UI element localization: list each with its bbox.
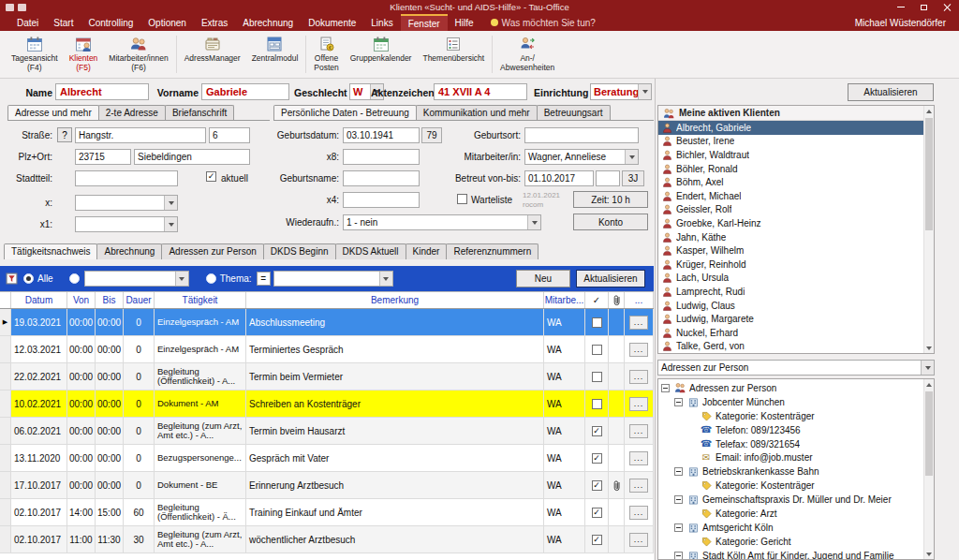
hausnummer-field[interactable]: 6 [209,127,250,143]
taetigkeit-filter-combo[interactable] [84,271,189,287]
aktualisieren-button[interactable]: Aktualisieren [576,270,645,287]
client-item-ludwig-margarete[interactable]: Ludwig, Margarete [658,312,923,326]
client-item-ludwig-claus[interactable]: Ludwig, Claus [658,299,923,313]
taetigkeit-filter-radio[interactable] [69,273,80,284]
thema-radio[interactable] [206,273,216,284]
tab-referenznummern[interactable]: Referenznummern [446,243,539,259]
paperclip-icon[interactable] [609,292,625,308]
row-details-button[interactable]: ... [629,424,648,438]
tree-item-stadt-köln-amt-für-kinder-jugend-und-familie[interactable]: Stadt Köln Amt für Kinder, Jugend und Fa… [658,549,923,559]
ribbon-button-themenübersicht[interactable]: Themenübersicht [417,31,490,78]
tab-tätigkeitsnachweis[interactable]: Tätigkeitsnachweis [4,243,97,259]
minimize-button[interactable] [889,0,912,14]
x4-field[interactable] [343,192,420,208]
client-item-böhler-ronald[interactable]: Böhler, Ronald [658,162,923,176]
client-item-bichler-waldtraut[interactable]: Bichler, Waldtraut [658,148,923,162]
chevron-down-icon[interactable] [164,196,177,210]
row-details-button[interactable]: ... [629,479,648,493]
menu-tab-hilfe[interactable]: Hilfe [448,14,481,31]
geburtsdatum-field[interactable]: 03.10.1941 [343,127,420,143]
table-row[interactable]: 12.03.202100:0000:000Einzelgespräch - AM… [0,336,654,363]
mitarbeiter-combo[interactable]: Wagner, Anneliese [524,149,639,165]
client-item-kasper-wilhelm[interactable]: Kasper, Wilhelm [658,243,923,258]
row-details-button[interactable]: ... [629,533,648,547]
client-item-jahn-käthe[interactable]: Jahn, Käthe [658,230,923,244]
table-row[interactable]: 13.11.202000:0000:000Bezugspersonenge...… [0,445,654,472]
column-header-bis[interactable]: Bis [96,292,124,308]
row-checkbox[interactable] [592,480,602,491]
tab-betreuungsart[interactable]: Betreuungsart [537,105,611,120]
app-icon[interactable] [6,4,14,11]
column-header-check[interactable]: ✓ [585,292,609,308]
chevron-down-icon[interactable] [164,217,177,231]
menu-tab-controlling[interactable]: Controlling [81,14,140,31]
row-checkbox[interactable] [592,426,602,436]
tree-item-amtsgericht-köln[interactable]: Amtsgericht Köln [658,521,923,535]
client-item-beuster-irene[interactable]: Beuster, Irene [658,135,923,149]
tree-item-telefax-089-321654[interactable]: ☎Telefax: 089/321654 [658,437,923,451]
ribbon-button-an[interactable]: An-/Abwesenheiten [494,31,560,78]
tab-dkds-beginn[interactable]: DKDS Beginn [263,243,336,259]
ribbon-button-mitarbeiter-innen[interactable]: Mitarbeiter/innen(F6) [103,31,173,78]
ribbon-button-tagesansicht[interactable]: Tagesansicht(F4) [6,31,64,78]
table-row[interactable]: 06.02.202100:0000:000Begleitung (zum Arz… [0,418,654,445]
tree-item-kategorie-gericht[interactable]: Kategorie: Gericht [658,535,923,549]
row-checkbox[interactable] [592,508,602,518]
menu-tab-links[interactable]: Links [363,14,400,31]
collapse-toggle-icon[interactable] [674,552,683,559]
adressen-zur-person-combo[interactable]: Adressen zur Person [657,360,935,376]
client-item-lamprecht-rudi[interactable]: Lamprecht, Rudi [658,285,923,299]
tell-me-box[interactable]: Was möchten Sie tun? [481,14,605,31]
menu-tab-dokumente[interactable]: Dokumente [301,14,363,31]
aktenzeichen-field[interactable]: 41 XVII A 4 [434,83,527,100]
chevron-down-icon[interactable] [527,215,540,229]
strasse-field[interactable]: Hangstr. [75,127,206,143]
alle-radio[interactable] [23,273,34,284]
tree-item-kategorie-kostenträger[interactable]: Kategorie: Kostenträger [658,409,923,423]
collapse-toggle-icon[interactable] [674,398,683,406]
chevron-down-icon[interactable] [379,272,392,286]
column-header-von[interactable]: Von [67,292,96,308]
maximize-button[interactable] [912,0,936,14]
ribbon-button-adressmanager[interactable]: AdressManager [179,31,246,78]
tab-abrechnung[interactable]: Abrechnung [96,243,162,259]
tree-item-telefon-089-123456[interactable]: ☎Telefon: 089/123456 [658,423,923,437]
zeit-button[interactable]: Zeit: 10 h [573,191,648,208]
tree-item-kategorie-kostenträger[interactable]: Kategorie: Kostenträger [658,479,923,493]
chevron-down-icon[interactable] [175,272,188,286]
row-details-button[interactable]: ... [629,397,648,411]
row-details-button[interactable]: ... [629,343,648,357]
betreut-bis-field[interactable] [596,170,620,186]
table-row[interactable]: 17.10.201700:0000:000Dokument - BEErinne… [0,472,654,499]
client-item-groebke-karl-heinz[interactable]: Groebke, Karl-Heinz [658,216,923,230]
neu-button[interactable]: Neu [516,270,570,287]
column-header-dauer[interactable]: Dauer [124,292,155,308]
user-name[interactable]: Michael Wüstendörfer [855,14,959,31]
tab-kinder[interactable]: Kinder [406,243,448,259]
collapse-toggle-icon[interactable] [674,523,683,532]
row-checkbox[interactable] [592,372,602,382]
tree-item-jobcenter-münchen[interactable]: Jobcenter München [658,395,923,409]
client-item-talke-gerd-von[interactable]: Talke, Gerd, von [658,340,923,354]
row-checkbox[interactable] [592,345,602,355]
geburtsort-field[interactable] [524,127,639,143]
scroll-down-button[interactable] [924,549,934,559]
row-details-button[interactable]: ... [629,506,648,520]
client-item-endert-michael[interactable]: Endert, Michael [658,189,923,203]
menu-tab-datei[interactable]: Datei [9,14,46,31]
chevron-down-icon[interactable] [638,84,651,99]
tab-adresse-und-mehr[interactable]: Adresse und mehr [7,105,99,120]
tab-kommunikation-und-mehr[interactable]: Kommunikation und mehr [416,105,538,120]
client-item-böhm-axel[interactable]: Böhm, Axel [658,175,923,189]
tab-dkds-aktuell[interactable]: DKDS Aktuell [335,243,406,259]
scroll-up-button[interactable] [924,106,934,116]
x8-field[interactable] [343,149,420,165]
ribbon-button-offene[interactable]: €OffenePosten [308,31,344,78]
equals-operator[interactable]: = [257,272,271,286]
chevron-down-icon[interactable] [625,150,638,164]
menu-tab-extras[interactable]: Extras [194,14,235,31]
ribbon-button-gruppenkalender[interactable]: Gruppenkalender [345,31,418,78]
client-list-scrollbar[interactable] [923,106,934,353]
column-header-taetigkeit[interactable]: Tätigkeit [155,292,246,308]
ribbon-button-klienten[interactable]: Klienten(F5) [64,31,104,78]
